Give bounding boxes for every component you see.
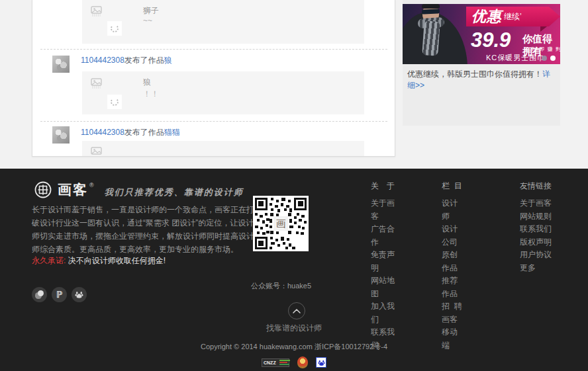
column-title: 友情链接 xyxy=(520,180,552,192)
work-title: 狼 xyxy=(143,77,151,88)
footer-link[interactable]: 推荐作品 xyxy=(442,274,462,300)
registered-mark: ® xyxy=(89,182,94,188)
username-link[interactable]: 1104442308 xyxy=(81,56,124,65)
loading-spinner-icon xyxy=(107,95,122,109)
price-text: 39.9 xyxy=(471,30,511,50)
model-hair xyxy=(422,4,440,9)
copyright-line: Copyright © 2014 huakewang.com 浙ICP备1001… xyxy=(0,342,588,352)
chevron-up-icon xyxy=(293,308,301,313)
promo-small-text: 继续’ xyxy=(504,11,522,22)
social-links: ℙ xyxy=(32,287,87,302)
activity-action: 发布了作品 xyxy=(124,128,164,137)
carousel-dot-active[interactable] xyxy=(550,56,556,61)
work-subtitle: ~~ xyxy=(143,16,152,25)
promise-text: 决不向设计师收取任何拥金! xyxy=(68,256,166,265)
footer-link[interactable]: 联系我们 xyxy=(520,223,552,236)
page: 狮子 ~~ 1104442308发布了作品狼 狼 ！！ 1104442308发布… xyxy=(0,0,588,371)
carousel-dot[interactable] xyxy=(542,56,547,61)
column-title: 关 于 xyxy=(371,180,395,192)
work-preview-card: 狼 ！！ xyxy=(82,71,364,114)
baidu-paw-badge[interactable] xyxy=(316,357,326,368)
footer-link[interactable]: 关于画客 xyxy=(371,197,395,223)
footer: 画客 ® 我们只推荐优秀、靠谱的设计师 长于设计而羞于销售，一直是设计师的一个致… xyxy=(0,169,588,371)
feed-activity-line: 1104442308发布了作品猫猫 xyxy=(81,128,180,137)
cnzz-bars-icon xyxy=(278,360,291,365)
user-avatar[interactable] xyxy=(52,56,70,73)
work-preview-card: 狮子 ~~ xyxy=(82,0,364,44)
footer-link[interactable]: 设计公司 xyxy=(442,223,462,249)
sub-slogan-text: 买 到 即 赚 到 xyxy=(523,46,560,53)
activity-action: 发布了作品 xyxy=(124,56,164,65)
footer-column-friend-links: 友情链接 关于画客 网站规则 联系我们 版权声明 用户协议 更多 xyxy=(520,180,552,274)
promo-ribbon: 优惠继续’ xyxy=(466,7,560,26)
huaban-p-icon[interactable]: ℙ xyxy=(52,287,67,302)
cnzz-stats-badge[interactable]: CNZZ xyxy=(262,358,289,367)
sunglasses-icon xyxy=(422,9,440,14)
footer-badges: CNZZ xyxy=(0,356,588,368)
feed-panel: 狮子 ~~ 1104442308发布了作品狼 狼 ！！ 1104442308发布… xyxy=(32,0,395,157)
footer-link[interactable]: 设计师 xyxy=(442,197,462,223)
column-title: 栏 目 xyxy=(442,180,462,192)
cnzz-label: CNZZ xyxy=(262,360,277,365)
ad-sidebar: 优惠继续’ 39.9 你值得拥有 买 到 即 赚 到 KC保暖男士围巾 优惠继续… xyxy=(403,0,560,126)
ad-caption-text: 优惠继续，韩版男士围巾你值得拥有！ xyxy=(407,69,542,79)
work-title: 狮子 xyxy=(143,5,159,17)
ad-banner[interactable]: 优惠继续’ 39.9 你值得拥有 买 到 即 赚 到 KC保暖男士围巾 xyxy=(403,4,560,64)
product-name: KC保暖男士围巾 xyxy=(486,53,545,63)
feed-separator xyxy=(40,49,387,50)
username-link[interactable]: 1104442308 xyxy=(81,128,124,137)
work-link[interactable]: 狼 xyxy=(164,56,172,65)
qr-block: 画 公众账号：huake5 xyxy=(253,196,309,251)
broken-image-icon xyxy=(91,78,102,89)
promo-big-text: 优惠 xyxy=(471,7,502,26)
promise-label: 永久承诺: xyxy=(32,256,66,265)
petal-social-icon[interactable] xyxy=(32,287,47,302)
baidu-paw-icon[interactable] xyxy=(72,287,87,302)
broken-image-icon xyxy=(91,6,102,17)
footer-link[interactable]: 原创作品 xyxy=(442,249,462,274)
loading-spinner-icon xyxy=(107,21,122,36)
back-to-top-button[interactable] xyxy=(288,302,305,319)
user-avatar[interactable] xyxy=(52,126,70,144)
svg-text:画: 画 xyxy=(276,218,286,229)
brand-tagline: 我们只推荐优秀、靠谱的设计师 xyxy=(105,186,244,198)
qr-caption: 公众账号：huake5 xyxy=(233,281,329,291)
footer-link[interactable]: 招 聘 xyxy=(442,300,462,313)
work-preview-card xyxy=(82,141,364,157)
back-to-top-label: 找靠谱的设计师 xyxy=(0,323,588,334)
paw-icon xyxy=(318,359,325,366)
footer-link[interactable]: 网站规则 xyxy=(520,210,552,224)
carousel-dots xyxy=(542,56,556,61)
work-link[interactable]: 猫猫 xyxy=(164,128,180,137)
ad-caption: 优惠继续，韩版男士围巾你值得拥有！详细>> xyxy=(407,69,557,91)
ribbon-fold xyxy=(540,26,547,32)
brand-name: 画客 xyxy=(58,181,88,199)
promise-line: 永久承诺: 决不向设计师收取任何拥金! xyxy=(32,255,166,267)
police-emblem-badge[interactable] xyxy=(297,356,308,368)
work-subtitle: ！！ xyxy=(143,89,159,100)
footer-link[interactable]: 用户协议 xyxy=(520,249,552,262)
footer-link[interactable]: 免责声明 xyxy=(371,249,395,274)
feed-separator xyxy=(40,121,387,122)
footer-link[interactable]: 广告合作 xyxy=(371,223,395,249)
footer-link[interactable]: 版权声明 xyxy=(520,236,552,249)
huake-logo-icon xyxy=(34,181,52,198)
footer-link[interactable]: 关于画客 xyxy=(520,197,552,210)
footer-description: 长于设计而羞于销售，一直是设计师的一个致命点，画客正在打破设计行业这一固有认识，… xyxy=(32,203,258,256)
footer-link[interactable]: 更多 xyxy=(520,262,552,275)
broken-image-icon xyxy=(91,147,102,157)
scarf-graphic xyxy=(422,21,440,56)
qr-code: 画 xyxy=(253,196,309,251)
brand: 画客 ® 我们只推荐优秀、靠谱的设计师 xyxy=(34,181,244,199)
feed-activity-line: 1104442308发布了作品狼 xyxy=(81,56,172,65)
footer-link[interactable]: 网站地图 xyxy=(371,274,395,300)
